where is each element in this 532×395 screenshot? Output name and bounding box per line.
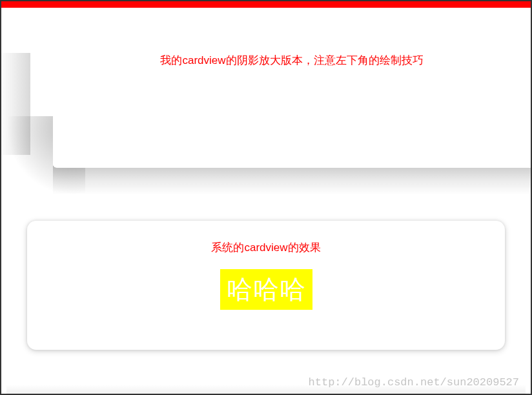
- system-cardview: 系统的cardview的效果 哈哈哈: [27, 221, 505, 350]
- custom-cardview: 我的cardview的阴影放大版本，注意左下角的绘制技巧: [53, 8, 531, 168]
- top-red-bar: [1, 1, 531, 8]
- custom-card-shadow-bottom: [53, 166, 531, 195]
- custom-cardview-container: 我的cardview的阴影放大版本，注意左下角的绘制技巧: [8, 8, 531, 168]
- watermark-text: http://blog.csdn.net/sun20209527: [309, 376, 519, 389]
- system-card-caption: 系统的cardview的效果: [27, 240, 505, 255]
- custom-card-caption: 我的cardview的阴影放大版本，注意左下角的绘制技巧: [160, 54, 423, 66]
- content-area: 我的cardview的阴影放大版本，注意左下角的绘制技巧 系统的cardview…: [1, 8, 531, 394]
- highlight-text-block: 哈哈哈: [220, 269, 312, 310]
